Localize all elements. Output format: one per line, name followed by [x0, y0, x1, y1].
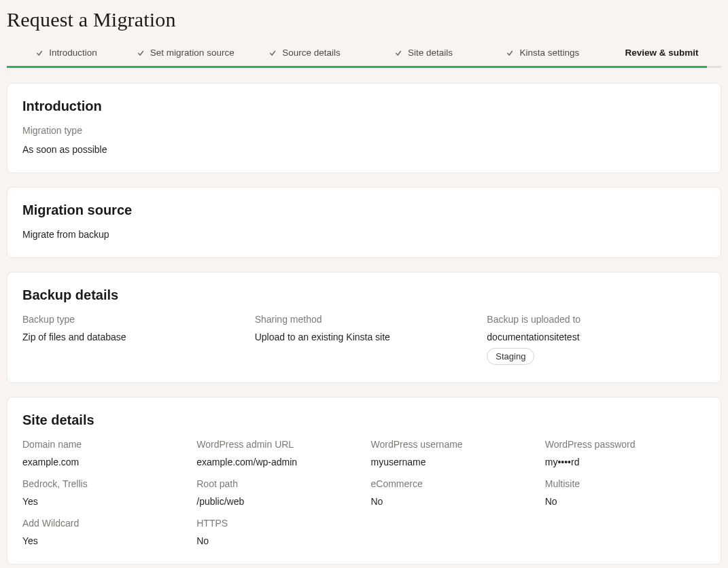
step-source-details[interactable]: Source details	[245, 43, 364, 65]
card-heading: Migration source	[22, 202, 706, 218]
cell-wp-username: WordPress username myusername	[371, 439, 532, 467]
card-migration-source: Migration source Migrate from backup	[7, 187, 721, 258]
step-introduction[interactable]: Introduction	[7, 43, 126, 65]
cell-multisite: Multisite No	[545, 478, 706, 507]
card-heading: Introduction	[22, 99, 706, 114]
value-sharing-method: Upload to an existing Kinsta site	[255, 332, 474, 342]
progress-track	[7, 66, 721, 68]
value-domain-name: example.com	[22, 457, 183, 467]
label-ecommerce: eCommerce	[371, 478, 532, 489]
check-icon	[35, 49, 44, 57]
value-ecommerce: No	[371, 496, 532, 507]
value-wp-password: my••••rd	[545, 457, 706, 467]
label-add-wildcard: Add Wildcard	[22, 518, 183, 529]
label-sharing-method: Sharing method	[255, 314, 474, 325]
value-wp-admin-url: example.com/wp-admin	[196, 457, 357, 467]
stepper: Introduction Set migration source Source…	[7, 43, 721, 65]
check-icon	[268, 49, 277, 57]
step-label: Kinsta settings	[519, 48, 579, 58]
cell-uploaded-to: Backup is uploaded to documentationsitet…	[487, 314, 706, 365]
cell-domain-name: Domain name example.com	[22, 439, 183, 467]
cell-bedrock-trellis: Bedrock, Trellis Yes	[22, 478, 183, 507]
label-wp-password: WordPress password	[545, 439, 706, 450]
label-uploaded-to: Backup is uploaded to	[487, 314, 706, 325]
label-multisite: Multisite	[545, 478, 706, 489]
step-label: Source details	[282, 48, 341, 58]
value-migration-source: Migrate from backup	[22, 229, 706, 240]
step-label: Review & submit	[625, 48, 698, 58]
card-heading: Backup details	[22, 287, 706, 303]
cell-ecommerce: eCommerce No	[371, 478, 532, 507]
step-site-details[interactable]: Site details	[364, 43, 483, 65]
label-root-path: Root path	[196, 478, 357, 489]
check-icon	[137, 49, 145, 57]
step-label: Site details	[408, 48, 453, 58]
cell-add-wildcard: Add Wildcard Yes	[22, 518, 183, 546]
value-wp-username: myusername	[371, 457, 532, 467]
value-backup-type: Zip of files and database	[22, 332, 241, 342]
cell-sharing-method: Sharing method Upload to an existing Kin…	[255, 314, 474, 365]
label-wp-admin-url: WordPress admin URL	[196, 439, 357, 450]
card-backup-details: Backup details Backup type Zip of files …	[7, 272, 721, 383]
label-bedrock-trellis: Bedrock, Trellis	[22, 478, 183, 489]
cell-wp-admin-url: WordPress admin URL example.com/wp-admin	[196, 439, 357, 467]
step-label: Introduction	[49, 48, 97, 58]
card-heading: Site details	[22, 412, 706, 428]
value-multisite: No	[545, 496, 706, 507]
cell-https: HTTPS No	[196, 518, 357, 546]
step-kinsta-settings[interactable]: Kinsta settings	[483, 43, 602, 65]
page-title: Request a Migration	[7, 8, 721, 31]
label-backup-type: Backup type	[22, 314, 241, 325]
cell-wp-password: WordPress password my••••rd	[545, 439, 706, 467]
env-pill: Staging	[487, 348, 534, 365]
progress-fill	[7, 66, 707, 68]
card-site-details: Site details Domain name example.com Wor…	[7, 397, 721, 565]
label-domain-name: Domain name	[22, 439, 183, 450]
cell-backup-type: Backup type Zip of files and database	[22, 314, 241, 365]
step-review-submit[interactable]: Review & submit	[602, 43, 721, 65]
check-icon	[394, 49, 402, 57]
value-uploaded-to: documentationsitetest	[487, 332, 706, 342]
label-https: HTTPS	[196, 518, 357, 529]
value-add-wildcard: Yes	[22, 535, 183, 546]
cell-root-path: Root path /public/web	[196, 478, 357, 507]
card-introduction: Introduction Migration type As soon as p…	[7, 83, 721, 173]
value-bedrock-trellis: Yes	[22, 496, 183, 507]
label-migration-type: Migration type	[22, 125, 706, 136]
step-label: Set migration source	[150, 48, 235, 58]
label-wp-username: WordPress username	[371, 439, 532, 450]
value-migration-type: As soon as possible	[22, 144, 706, 155]
check-icon	[506, 49, 514, 57]
value-root-path: /public/web	[196, 496, 357, 507]
value-https: No	[196, 535, 357, 546]
step-set-migration-source[interactable]: Set migration source	[126, 43, 245, 65]
